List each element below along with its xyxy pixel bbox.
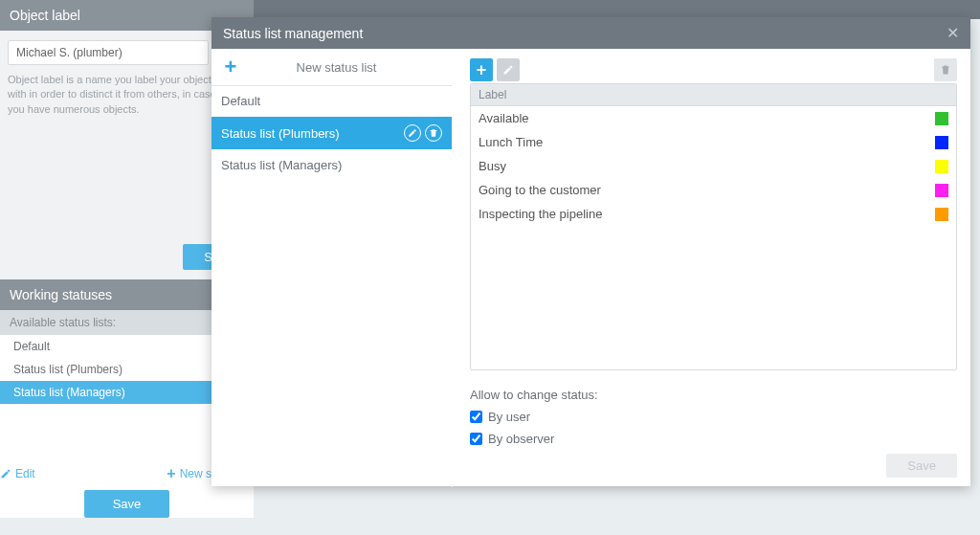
sidebar-item-label: Status list (Plumbers)	[221, 126, 340, 141]
add-status-button[interactable]: +	[470, 58, 493, 81]
checkbox[interactable]	[470, 411, 482, 423]
table-row[interactable]: Busy	[471, 154, 956, 178]
by-observer-checkbox[interactable]: By observer	[470, 432, 957, 446]
object-label-input[interactable]: Michael S. (plumber)	[8, 40, 209, 65]
checkbox-label: By user	[488, 410, 530, 424]
toolbar-left: +	[470, 58, 520, 81]
modal-header: Status list management ✕	[212, 17, 970, 49]
pencil-icon	[502, 64, 514, 76]
new-status-list-row[interactable]: + New status list	[212, 49, 452, 86]
new-status-list-text: New status list	[250, 60, 452, 75]
checkbox-label: By observer	[488, 432, 554, 446]
sidebar-item-default[interactable]: Default	[212, 86, 452, 117]
sidebar-item-label: Default	[221, 94, 260, 108]
status-label: Available	[479, 111, 529, 125]
color-swatch	[935, 184, 948, 197]
color-swatch	[935, 136, 948, 149]
object-label-help: Object label is a name you label your ob…	[8, 73, 218, 117]
modal-save-button[interactable]: Save	[886, 454, 957, 478]
edit-label: Edit	[15, 467, 35, 480]
status-table: Label Available Lunch Time Busy Going to…	[470, 83, 957, 370]
top-row-shadow	[254, 0, 980, 19]
color-swatch	[935, 208, 948, 221]
pencil-icon	[408, 128, 417, 138]
modal-body: + New status list Default Status list (P…	[212, 49, 970, 487]
table-row[interactable]: Going to the customer	[471, 178, 956, 202]
table-row[interactable]: Lunch Time	[471, 130, 956, 154]
checkbox[interactable]	[470, 433, 482, 445]
edit-link[interactable]: Edit	[0, 467, 35, 480]
modal-title: Status list management	[223, 26, 363, 41]
sidebar-item-plumbers[interactable]: Status list (Plumbers)	[212, 117, 452, 150]
edit-status-list-button[interactable]	[404, 124, 421, 142]
status-label: Busy	[479, 159, 506, 173]
status-label: Going to the customer	[479, 183, 601, 197]
by-user-checkbox[interactable]: By user	[470, 410, 957, 424]
allow-change-block: Allow to change status: By user By obser…	[470, 388, 957, 446]
delete-status-button[interactable]	[934, 58, 957, 81]
table-header-label: Label	[471, 84, 956, 106]
sidebar-item-actions	[404, 124, 442, 142]
pencil-icon	[0, 468, 11, 479]
status-detail-panel: + Label Available Lunch Time	[453, 49, 970, 487]
close-icon[interactable]: ✕	[947, 24, 959, 42]
status-label: Inspecting the pipeline	[479, 207, 602, 221]
color-swatch	[935, 160, 948, 173]
trash-icon	[940, 64, 951, 76]
plus-icon: +	[167, 465, 175, 482]
trash-icon	[429, 128, 438, 138]
sidebar-item-managers[interactable]: Status list (Managers)	[212, 150, 452, 181]
sidebar-item-label: Status list (Managers)	[221, 158, 342, 172]
table-row[interactable]: Available	[471, 106, 956, 130]
status-list-sidebar: + New status list Default Status list (P…	[212, 49, 453, 487]
toolbar: +	[470, 58, 957, 81]
status-list-modal: Status list management ✕ + New status li…	[212, 17, 970, 486]
edit-status-button[interactable]	[497, 58, 520, 81]
working-save-button[interactable]: Save	[84, 490, 170, 518]
plus-icon[interactable]: +	[212, 55, 250, 79]
allow-change-label: Allow to change status:	[470, 388, 957, 402]
status-label: Lunch Time	[479, 135, 543, 149]
color-swatch	[935, 112, 948, 125]
delete-status-list-button[interactable]	[425, 124, 442, 142]
table-row[interactable]: Inspecting the pipeline	[471, 202, 956, 226]
